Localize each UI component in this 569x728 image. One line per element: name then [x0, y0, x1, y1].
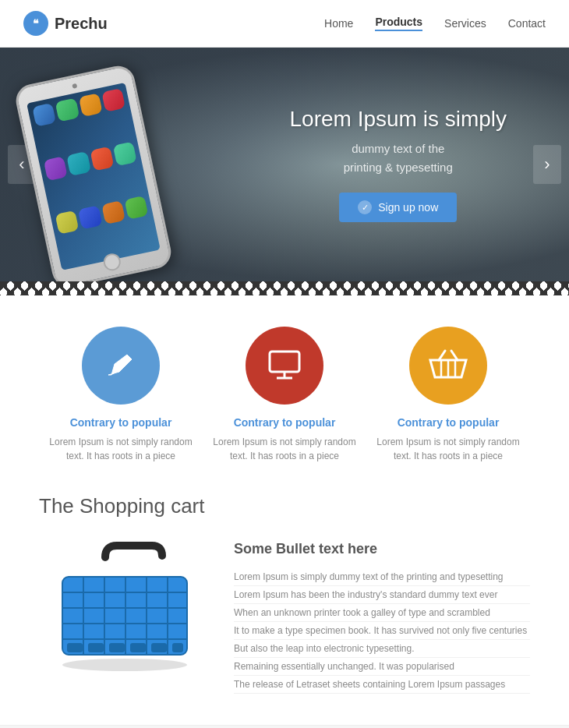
bullet-item: Lorem Ipsum has been the industry's stan… — [234, 586, 530, 604]
hero-phone-graphic — [47, 63, 187, 281]
logo: ❝ Prechu — [23, 11, 108, 36]
app-icon — [55, 210, 79, 234]
chevron-right-icon: › — [544, 154, 550, 175]
quote-icon: ❝ — [33, 17, 39, 30]
nav-products[interactable]: Products — [375, 16, 422, 31]
feature-icon-basket — [409, 327, 487, 405]
svg-rect-18 — [109, 643, 125, 652]
app-icon — [101, 88, 125, 112]
bullet-title: Some Bullet text here — [234, 541, 530, 557]
logo-icon: ❝ — [23, 11, 48, 36]
feature-icon-monitor — [246, 327, 323, 405]
feature-2-title: Contrary to popular — [210, 416, 359, 429]
phone-camera — [72, 83, 77, 89]
nav-contact[interactable]: Contact — [508, 17, 546, 30]
signup-button[interactable]: ✓ Sign up now — [339, 193, 457, 222]
app-icon — [113, 142, 137, 166]
signup-label: Sign up now — [378, 201, 438, 214]
app-icon — [124, 196, 148, 220]
bullet-item: When an unknown printer took a galley of… — [234, 604, 530, 622]
shopping-section-title: The Shopping cart — [39, 494, 210, 518]
hero-subtitle: dummy text of the printing & typesetting — [289, 140, 507, 177]
app-icon — [90, 147, 114, 171]
feature-3-title: Contrary to popular — [374, 416, 522, 429]
shopping-right: Some Bullet text here Lorem Ipsum is sim… — [234, 494, 530, 694]
hero-title: Lorem Ipsum is simply — [289, 107, 507, 132]
bullet-item: Remaining essentially unchanged. It was … — [234, 658, 530, 676]
bullet-list: Lorem Ipsum is simply dummy text of the … — [234, 568, 530, 694]
app-icon — [44, 157, 68, 181]
bullet-item: The release of Letraset sheets containin… — [234, 676, 530, 694]
feature-item-2: Contrary to popular Lorem Ipsum is not s… — [210, 327, 359, 463]
hero-content: Lorem Ipsum is simply dummy text of the … — [289, 107, 507, 222]
bullet-item: It to make a type specimen book. It has … — [234, 622, 530, 640]
slider-next-button[interactable]: › — [533, 145, 561, 184]
svg-point-22 — [62, 659, 187, 671]
app-icon — [78, 205, 102, 229]
hero-section: ‹ Lorem Ipsum is simply — [0, 48, 569, 281]
bullet-item: Lorem Ipsum is simply dummy text of the … — [234, 568, 530, 586]
svg-rect-20 — [151, 643, 167, 652]
bullet-item: But also the leap into electronic typese… — [234, 640, 530, 658]
logo-text: Prechu — [55, 15, 108, 33]
svg-rect-0 — [270, 352, 299, 372]
chevron-left-icon: ‹ — [19, 154, 24, 175]
svg-rect-16 — [67, 643, 83, 652]
feature-2-desc: Lorem Ipsum is not simply random text. I… — [210, 435, 359, 463]
app-icon — [55, 98, 80, 122]
app-icon — [32, 103, 56, 127]
main-nav: Home Products Services Contact — [324, 16, 546, 31]
zigzag-separator — [0, 281, 569, 295]
feature-icon-pencil — [82, 327, 160, 405]
app-icon — [66, 151, 90, 175]
cart-illustration — [39, 534, 210, 674]
svg-rect-17 — [88, 643, 104, 652]
nav-home[interactable]: Home — [324, 17, 353, 30]
copyright-bar: Copyright © 2012-2013 cssauthor.com — [0, 725, 569, 728]
nav-services[interactable]: Services — [444, 17, 486, 30]
svg-rect-21 — [172, 643, 183, 652]
feature-item-1: Contrary to popular Lorem Ipsum is not s… — [47, 327, 195, 463]
feature-1-desc: Lorem Ipsum is not simply random text. I… — [47, 435, 195, 463]
shopping-section: The Shopping cart — [0, 486, 569, 725]
feature-item-3: Contrary to popular Lorem Ipsum is not s… — [374, 327, 522, 463]
svg-rect-19 — [130, 643, 146, 652]
app-icon — [78, 93, 102, 117]
app-icon — [101, 200, 125, 224]
phone-screen — [27, 83, 161, 270]
shopping-left: The Shopping cart — [39, 494, 210, 677]
features-section: Contrary to popular Lorem Ipsum is not s… — [0, 295, 569, 486]
check-icon: ✓ — [358, 200, 372, 214]
header: ❝ Prechu Home Products Services Contact — [0, 0, 569, 48]
feature-1-title: Contrary to popular — [47, 416, 195, 429]
feature-3-desc: Lorem Ipsum is not simply random text. I… — [374, 435, 522, 463]
